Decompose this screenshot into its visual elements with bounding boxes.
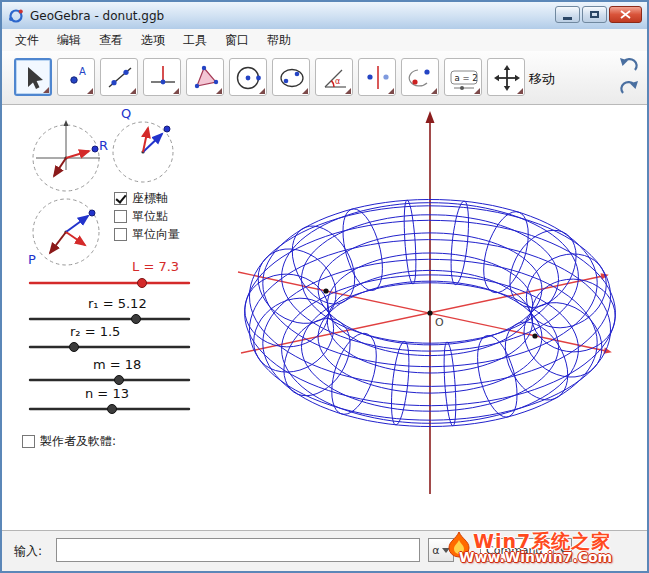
- menu-bar: 文件 编辑 查看 选项 工具 窗口 帮助: [2, 29, 647, 52]
- checkbox-axes-box[interactable]: [114, 192, 127, 205]
- svg-text:α: α: [335, 77, 340, 86]
- tool-dropdown-arrow-icon[interactable]: [474, 88, 480, 94]
- checkbox-unit-point-box[interactable]: [114, 210, 127, 223]
- menu-item-options[interactable]: 选项: [132, 29, 174, 52]
- checkbox-axes[interactable]: 座標軸: [114, 190, 168, 207]
- menu-item-help[interactable]: 帮助: [258, 29, 300, 52]
- input-label: 输入:: [14, 543, 42, 560]
- tool-move[interactable]: [14, 58, 52, 96]
- slider-n-label: n = 13: [85, 386, 129, 401]
- tool-rotate[interactable]: [401, 58, 439, 96]
- slider-L-label: L = 7.3: [132, 259, 179, 274]
- redo-button[interactable]: [617, 78, 641, 100]
- command-dropdown-arrow-button[interactable]: [553, 539, 571, 561]
- undo-button[interactable]: [617, 55, 641, 77]
- tool-conic[interactable]: [272, 58, 310, 96]
- menu-item-tools[interactable]: 工具: [174, 29, 216, 52]
- tool-dropdown-arrow-icon[interactable]: [345, 88, 351, 94]
- tool-dropdown-arrow-icon[interactable]: [388, 88, 394, 94]
- origin-label: O: [435, 316, 444, 329]
- toolbar: A: [2, 51, 647, 105]
- tool-line[interactable]: [100, 58, 138, 96]
- symbol-dropdown-button[interactable]: α: [428, 538, 454, 562]
- menu-item-view[interactable]: 查看: [90, 29, 132, 52]
- tool-dropdown-arrow-icon[interactable]: [43, 87, 49, 93]
- tool-perpendicular-line[interactable]: [143, 58, 181, 96]
- maximize-button[interactable]: [582, 6, 607, 23]
- tool-dropdown-arrow-icon[interactable]: [216, 88, 222, 94]
- tool-dropdown-arrow-icon[interactable]: [302, 88, 308, 94]
- tool-dropdown-arrow-icon[interactable]: [87, 88, 93, 94]
- slider-r1-label: r₁ = 5.12: [88, 296, 147, 311]
- svg-text:a = 2: a = 2: [455, 73, 478, 83]
- menu-item-window[interactable]: 窗口: [216, 29, 258, 52]
- svg-text:A: A: [79, 66, 86, 77]
- tool-polygon[interactable]: [186, 58, 224, 96]
- tool-point[interactable]: A: [57, 58, 95, 96]
- input-bar: 输入: α Command: [2, 530, 647, 571]
- redo-icon: [618, 80, 640, 98]
- close-icon: [620, 10, 631, 19]
- tool-dropdown-arrow-icon[interactable]: [130, 88, 136, 94]
- checkbox-author[interactable]: 製作者及軟體:: [22, 433, 116, 450]
- title-bar[interactable]: GeoGebra - donut.ggb: [2, 2, 647, 30]
- chevron-down-icon: [442, 548, 450, 553]
- label-P: P: [28, 252, 36, 267]
- tool-dropdown-arrow-icon[interactable]: [517, 88, 523, 94]
- tool-reflect[interactable]: [358, 58, 396, 96]
- window-title: GeoGebra - donut.ggb: [30, 9, 164, 23]
- menu-item-file[interactable]: 文件: [6, 29, 48, 52]
- geogebra-window: GeoGebra - donut.ggb 文件 编辑 查看 选项 工具 窗口 帮…: [0, 0, 649, 573]
- tool-circle[interactable]: [229, 58, 267, 96]
- tool-dropdown-arrow-icon[interactable]: [259, 88, 265, 94]
- close-button[interactable]: [609, 6, 642, 23]
- minimize-icon: [563, 17, 572, 20]
- graphics-view[interactable]: [2, 104, 647, 530]
- maximize-icon: [590, 11, 599, 18]
- tool-dropdown-arrow-icon[interactable]: [173, 88, 179, 94]
- command-dropdown[interactable]: Command: [480, 538, 572, 562]
- minimize-button[interactable]: [555, 6, 580, 23]
- chevron-down-icon: [559, 548, 567, 553]
- geogebra-app-icon: [8, 8, 24, 24]
- label-Q: Q: [121, 106, 131, 121]
- slider-m-label: m = 18: [93, 357, 141, 372]
- checkbox-unit-vector-box[interactable]: [114, 228, 127, 241]
- tool-slider[interactable]: a = 2: [444, 58, 482, 96]
- checkbox-author-box[interactable]: [22, 435, 35, 448]
- undo-icon: [618, 57, 640, 75]
- checkbox-unit-vector[interactable]: 單位向量: [114, 226, 180, 243]
- current-mode-label: 移动: [529, 70, 555, 88]
- tool-dropdown-arrow-icon[interactable]: [431, 88, 437, 94]
- tool-angle[interactable]: α: [315, 58, 353, 96]
- tool-move-view[interactable]: [487, 58, 525, 96]
- menu-item-edit[interactable]: 编辑: [48, 29, 90, 52]
- slider-r2-label: r₂ = 1.5: [70, 324, 120, 339]
- window-controls: [555, 6, 642, 23]
- label-R: R: [99, 138, 108, 153]
- checkbox-unit-point[interactable]: 單位點: [114, 208, 168, 225]
- command-input[interactable]: [56, 538, 420, 562]
